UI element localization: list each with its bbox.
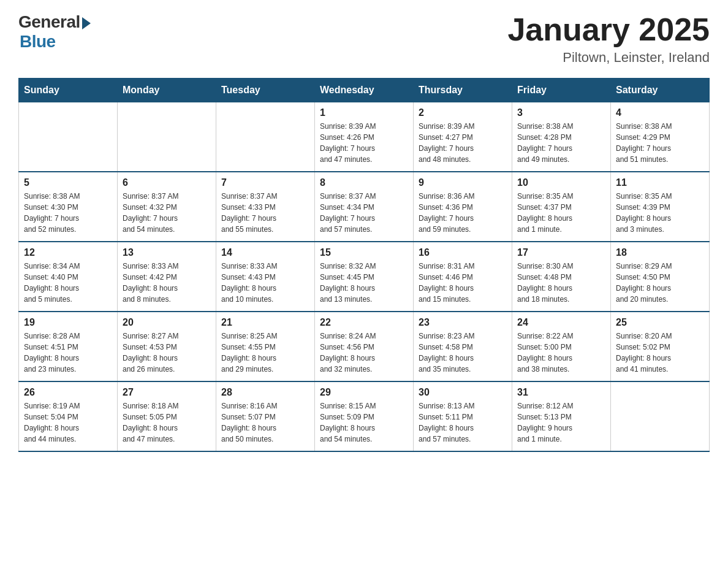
calendar-cell: 26Sunrise: 8:19 AM Sunset: 5:04 PM Dayli… <box>19 381 118 451</box>
day-number: 21 <box>221 317 309 328</box>
day-number: 5 <box>24 177 112 188</box>
day-info: Sunrise: 8:28 AM Sunset: 4:51 PM Dayligh… <box>24 331 112 375</box>
day-number: 8 <box>320 177 408 188</box>
day-number: 6 <box>123 177 211 188</box>
day-info: Sunrise: 8:12 AM Sunset: 5:13 PM Dayligh… <box>517 400 605 445</box>
calendar-cell <box>118 102 216 172</box>
day-number: 31 <box>517 387 605 398</box>
calendar-title: January 2025 <box>507 12 710 47</box>
calendar-cell: 6Sunrise: 8:37 AM Sunset: 4:32 PM Daylig… <box>118 172 216 242</box>
calendar-cell: 17Sunrise: 8:30 AM Sunset: 4:48 PM Dayli… <box>512 242 611 312</box>
day-number: 9 <box>419 177 507 188</box>
day-number: 25 <box>616 317 704 328</box>
day-number: 20 <box>123 317 211 328</box>
day-number: 12 <box>24 247 112 258</box>
calendar-cell: 31Sunrise: 8:12 AM Sunset: 5:13 PM Dayli… <box>512 381 611 451</box>
day-info: Sunrise: 8:19 AM Sunset: 5:04 PM Dayligh… <box>24 400 112 445</box>
calendar-cell: 13Sunrise: 8:33 AM Sunset: 4:42 PM Dayli… <box>118 242 216 312</box>
day-number: 1 <box>320 107 408 118</box>
calendar-cell: 20Sunrise: 8:27 AM Sunset: 4:53 PM Dayli… <box>118 312 216 381</box>
day-number: 19 <box>24 317 112 328</box>
week-row-5: 26Sunrise: 8:19 AM Sunset: 5:04 PM Dayli… <box>19 381 710 451</box>
day-info: Sunrise: 8:34 AM Sunset: 4:40 PM Dayligh… <box>24 261 112 305</box>
weekday-header-monday: Monday <box>118 79 216 102</box>
day-info: Sunrise: 8:33 AM Sunset: 4:43 PM Dayligh… <box>221 261 309 305</box>
weekday-header-thursday: Thursday <box>414 79 512 102</box>
calendar-cell: 14Sunrise: 8:33 AM Sunset: 4:43 PM Dayli… <box>216 242 315 312</box>
calendar-cell: 3Sunrise: 8:38 AM Sunset: 4:28 PM Daylig… <box>512 102 611 172</box>
calendar-cell: 7Sunrise: 8:37 AM Sunset: 4:33 PM Daylig… <box>216 172 315 242</box>
calendar-cell: 21Sunrise: 8:25 AM Sunset: 4:55 PM Dayli… <box>216 312 315 381</box>
calendar-cell: 11Sunrise: 8:35 AM Sunset: 4:39 PM Dayli… <box>611 172 710 242</box>
day-info: Sunrise: 8:32 AM Sunset: 4:45 PM Dayligh… <box>320 261 408 305</box>
day-number: 4 <box>616 107 704 118</box>
day-info: Sunrise: 8:35 AM Sunset: 4:37 PM Dayligh… <box>517 191 605 235</box>
logo: General Blue <box>18 12 91 52</box>
day-number: 17 <box>517 247 605 258</box>
title-block: January 2025 Piltown, Leinster, Ireland <box>507 12 710 66</box>
calendar-header: SundayMondayTuesdayWednesdayThursdayFrid… <box>19 79 710 102</box>
day-number: 14 <box>221 247 309 258</box>
calendar-cell: 9Sunrise: 8:36 AM Sunset: 4:36 PM Daylig… <box>414 172 512 242</box>
day-info: Sunrise: 8:35 AM Sunset: 4:39 PM Dayligh… <box>616 191 704 235</box>
calendar-cell: 23Sunrise: 8:23 AM Sunset: 4:58 PM Dayli… <box>414 312 512 381</box>
calendar-subtitle: Piltown, Leinster, Ireland <box>507 50 710 66</box>
day-info: Sunrise: 8:29 AM Sunset: 4:50 PM Dayligh… <box>616 261 704 305</box>
day-number: 29 <box>320 387 408 398</box>
day-info: Sunrise: 8:24 AM Sunset: 4:56 PM Dayligh… <box>320 331 408 375</box>
calendar-cell: 2Sunrise: 8:39 AM Sunset: 4:27 PM Daylig… <box>414 102 512 172</box>
day-info: Sunrise: 8:22 AM Sunset: 5:00 PM Dayligh… <box>517 331 605 375</box>
calendar-cell: 30Sunrise: 8:13 AM Sunset: 5:11 PM Dayli… <box>414 381 512 451</box>
day-number: 10 <box>517 177 605 188</box>
day-number: 26 <box>24 387 112 398</box>
calendar-cell: 5Sunrise: 8:38 AM Sunset: 4:30 PM Daylig… <box>19 172 118 242</box>
day-number: 27 <box>123 387 211 398</box>
calendar-cell: 8Sunrise: 8:37 AM Sunset: 4:34 PM Daylig… <box>315 172 414 242</box>
calendar-cell: 1Sunrise: 8:39 AM Sunset: 4:26 PM Daylig… <box>315 102 414 172</box>
calendar-cell: 12Sunrise: 8:34 AM Sunset: 4:40 PM Dayli… <box>19 242 118 312</box>
calendar-cell: 28Sunrise: 8:16 AM Sunset: 5:07 PM Dayli… <box>216 381 315 451</box>
calendar-body: 1Sunrise: 8:39 AM Sunset: 4:26 PM Daylig… <box>19 102 710 452</box>
day-info: Sunrise: 8:23 AM Sunset: 4:58 PM Dayligh… <box>419 331 507 375</box>
day-info: Sunrise: 8:38 AM Sunset: 4:29 PM Dayligh… <box>616 121 704 165</box>
day-info: Sunrise: 8:36 AM Sunset: 4:36 PM Dayligh… <box>419 191 507 235</box>
calendar-cell: 19Sunrise: 8:28 AM Sunset: 4:51 PM Dayli… <box>19 312 118 381</box>
calendar-cell: 29Sunrise: 8:15 AM Sunset: 5:09 PM Dayli… <box>315 381 414 451</box>
week-row-3: 12Sunrise: 8:34 AM Sunset: 4:40 PM Dayli… <box>19 242 710 312</box>
calendar-cell: 24Sunrise: 8:22 AM Sunset: 5:00 PM Dayli… <box>512 312 611 381</box>
page-header: General Blue January 2025 Piltown, Leins… <box>18 12 710 66</box>
weekday-header-friday: Friday <box>512 79 611 102</box>
day-info: Sunrise: 8:16 AM Sunset: 5:07 PM Dayligh… <box>221 400 309 445</box>
day-info: Sunrise: 8:39 AM Sunset: 4:26 PM Dayligh… <box>320 121 408 165</box>
day-number: 18 <box>616 247 704 258</box>
calendar-cell: 25Sunrise: 8:20 AM Sunset: 5:02 PM Dayli… <box>611 312 710 381</box>
day-number: 30 <box>419 387 507 398</box>
day-info: Sunrise: 8:15 AM Sunset: 5:09 PM Dayligh… <box>320 400 408 445</box>
calendar-cell: 15Sunrise: 8:32 AM Sunset: 4:45 PM Dayli… <box>315 242 414 312</box>
weekday-header-tuesday: Tuesday <box>216 79 315 102</box>
week-row-4: 19Sunrise: 8:28 AM Sunset: 4:51 PM Dayli… <box>19 312 710 381</box>
day-number: 3 <box>517 107 605 118</box>
logo-arrow-icon <box>82 17 91 29</box>
calendar-cell <box>611 381 710 451</box>
logo-blue-text: Blue <box>20 32 56 52</box>
day-info: Sunrise: 8:25 AM Sunset: 4:55 PM Dayligh… <box>221 331 309 375</box>
calendar-cell: 22Sunrise: 8:24 AM Sunset: 4:56 PM Dayli… <box>315 312 414 381</box>
day-info: Sunrise: 8:37 AM Sunset: 4:32 PM Dayligh… <box>123 191 211 235</box>
day-info: Sunrise: 8:38 AM Sunset: 4:28 PM Dayligh… <box>517 121 605 165</box>
day-info: Sunrise: 8:39 AM Sunset: 4:27 PM Dayligh… <box>419 121 507 165</box>
day-number: 2 <box>419 107 507 118</box>
calendar-cell: 18Sunrise: 8:29 AM Sunset: 4:50 PM Dayli… <box>611 242 710 312</box>
day-number: 24 <box>517 317 605 328</box>
weekday-header-sunday: Sunday <box>19 79 118 102</box>
weekday-header-wednesday: Wednesday <box>315 79 414 102</box>
calendar-cell: 10Sunrise: 8:35 AM Sunset: 4:37 PM Dayli… <box>512 172 611 242</box>
day-info: Sunrise: 8:37 AM Sunset: 4:34 PM Dayligh… <box>320 191 408 235</box>
weekday-header-row: SundayMondayTuesdayWednesdayThursdayFrid… <box>19 79 710 102</box>
calendar-cell <box>216 102 315 172</box>
weekday-header-saturday: Saturday <box>611 79 710 102</box>
calendar-cell: 27Sunrise: 8:18 AM Sunset: 5:05 PM Dayli… <box>118 381 216 451</box>
day-info: Sunrise: 8:18 AM Sunset: 5:05 PM Dayligh… <box>123 400 211 445</box>
day-number: 7 <box>221 177 309 188</box>
day-info: Sunrise: 8:13 AM Sunset: 5:11 PM Dayligh… <box>419 400 507 445</box>
